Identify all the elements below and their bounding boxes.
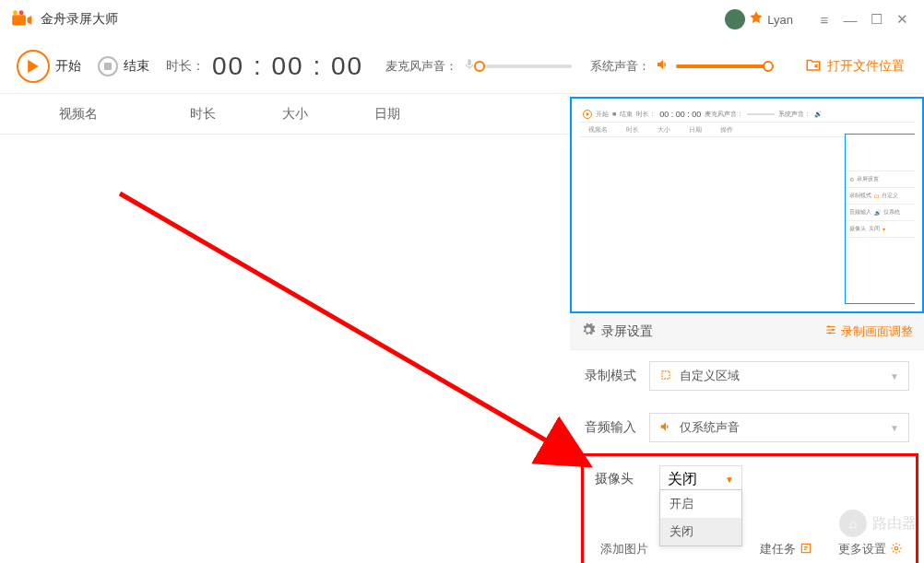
stop-record-button[interactable] (98, 56, 118, 76)
vip-badge-icon (749, 10, 764, 29)
svg-marker-4 (28, 60, 39, 73)
chevron-down-icon: ▼ (725, 475, 734, 485)
crop-icon (659, 369, 672, 384)
svg-point-7 (829, 332, 831, 334)
mode-value: 自定义区域 (680, 368, 890, 384)
sliders-icon (824, 323, 837, 339)
username[interactable]: Lyan (767, 13, 793, 27)
mode-label: 录制模式 (585, 368, 649, 384)
open-folder-button[interactable]: 打开文件位置 (805, 56, 905, 76)
maximize-button[interactable]: ☐ (863, 6, 889, 32)
close-button[interactable]: ✕ (889, 6, 915, 32)
mic-volume-slider[interactable] (480, 65, 572, 68)
open-folder-label: 打开文件位置 (827, 58, 905, 75)
camera-dropdown: 开启 关闭 (659, 489, 742, 546)
audio-value: 仅系统声音 (680, 419, 890, 436)
svg-rect-9 (801, 544, 810, 552)
th-date: 日期 (341, 106, 433, 123)
camera-label: 摄像头 (595, 471, 659, 487)
start-label: 开始 (55, 58, 81, 75)
right-panel: 开始 ■结束 时长：00 : 00 : 00 麦克风声音： 系统声音：🔊 视频名… (570, 97, 924, 563)
camera-option-on[interactable]: 开启 (660, 490, 741, 518)
audio-select[interactable]: 仅系统声音 ▼ (649, 413, 909, 442)
annotation-arrow (111, 184, 627, 479)
adjust-area-button[interactable]: 录制画面调整 (824, 323, 913, 340)
svg-point-5 (828, 325, 830, 327)
preview-thumbnail: 开始 ■结束 时长：00 : 00 : 00 麦克风声音： 系统声音：🔊 视频名… (570, 97, 924, 313)
svg-line-11 (120, 194, 581, 461)
th-size: 大小 (249, 106, 341, 123)
settings-header: 录屏设置 录制画面调整 (570, 313, 924, 350)
control-bar: 开始 结束 时长： 00 : 00 : 00 麦克风声音： 系统声音： 打开文件… (0, 39, 924, 94)
svg-marker-3 (28, 16, 32, 25)
mic-label: 麦克风声音： (385, 58, 457, 75)
timer-display: 00 : 00 : 00 (212, 52, 363, 81)
app-title: 金舟录屏大师 (41, 11, 118, 28)
settings-title: 录屏设置 (601, 323, 824, 340)
router-icon: ⌂ (839, 510, 867, 537)
duration-label: 时长： (166, 58, 205, 75)
svg-rect-0 (12, 15, 26, 25)
minimize-button[interactable]: — (837, 6, 863, 32)
svg-point-2 (19, 10, 24, 15)
start-record-button[interactable] (17, 50, 50, 83)
chevron-down-icon: ▼ (890, 423, 899, 433)
gear-icon (581, 323, 596, 341)
svg-point-1 (13, 10, 18, 15)
more-settings-button[interactable]: 更多设置 (838, 541, 903, 557)
menu-button[interactable]: ≡ (811, 6, 837, 32)
add-image-label: 添加图片 (600, 541, 648, 557)
svg-rect-8 (662, 370, 669, 378)
folder-icon (805, 56, 822, 76)
gear-icon (890, 542, 903, 557)
watermark: ⌂ 路由器 (839, 510, 917, 537)
speaker-icon (659, 420, 672, 436)
svg-point-6 (832, 329, 834, 331)
svg-point-10 (894, 546, 898, 550)
audio-label: 音频输入 (585, 419, 649, 436)
app-logo (9, 7, 33, 31)
camera-option-off[interactable]: 关闭 (660, 518, 741, 545)
system-volume-slider[interactable] (676, 65, 768, 68)
mode-row: 录制模式 自定义区域 ▼ (570, 350, 924, 402)
speaker-icon (656, 57, 670, 76)
chevron-down-icon: ▼ (890, 371, 899, 381)
task-icon (800, 542, 812, 557)
th-duration: 时长 (157, 106, 249, 123)
camera-highlight-box: 摄像头 关闭 ▼ 开启 关闭 添加图片 建任务 更多设置 (581, 453, 918, 563)
stop-label: 结束 (124, 58, 149, 75)
audio-row: 音频输入 仅系统声音 ▼ (570, 402, 924, 453)
titlebar: 金舟录屏大师 Lyan ≡ — ☐ ✕ (0, 0, 924, 39)
create-task-button[interactable]: 建任务 (760, 541, 816, 557)
sys-label: 系统声音： (590, 58, 650, 75)
mode-select[interactable]: 自定义区域 ▼ (649, 361, 909, 391)
avatar[interactable] (725, 9, 745, 29)
th-name: 视频名 (0, 106, 157, 123)
camera-value: 关闭 (668, 470, 697, 489)
